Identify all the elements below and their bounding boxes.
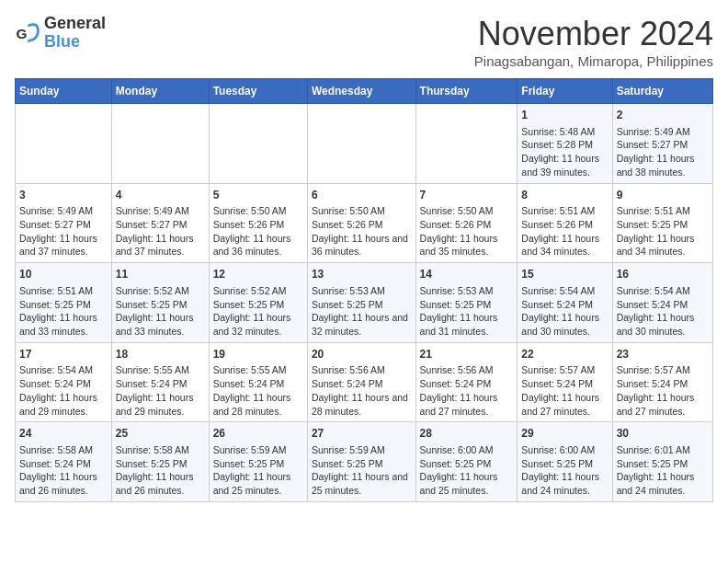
day-info: Sunset: 5:26 PM — [312, 218, 412, 232]
day-info: Sunset: 5:24 PM — [312, 377, 412, 391]
day-info: Sunrise: 5:49 AM — [19, 204, 108, 218]
calendar-cell: 15Sunrise: 5:54 AMSunset: 5:24 PMDayligh… — [518, 263, 612, 343]
day-info: Sunrise: 6:00 AM — [420, 443, 514, 457]
day-info: Daylight: 11 hours and 31 minutes. — [420, 311, 514, 338]
day-info: Sunset: 5:26 PM — [521, 218, 608, 232]
day-info: Daylight: 11 hours and 33 minutes. — [116, 311, 205, 338]
day-number: 16 — [617, 267, 709, 282]
day-info: Daylight: 11 hours and 29 minutes. — [19, 391, 108, 418]
calendar-cell: 1Sunrise: 5:48 AMSunset: 5:28 PMDaylight… — [518, 104, 612, 184]
day-info: Sunrise: 5:52 AM — [213, 284, 303, 298]
day-info: Daylight: 11 hours and 32 minutes. — [213, 311, 303, 338]
month-title: November 2024 — [474, 15, 713, 53]
weekday-header: Sunday — [16, 79, 112, 104]
day-number: 24 — [19, 426, 108, 442]
day-info: Daylight: 11 hours and 27 minutes. — [617, 391, 709, 418]
calendar-week-row: 3Sunrise: 5:49 AMSunset: 5:27 PMDaylight… — [16, 183, 713, 263]
day-number: 27 — [312, 426, 412, 442]
header: G General Blue November 2024 Pinagsabang… — [15, 15, 713, 69]
day-info: Sunrise: 5:53 AM — [312, 284, 412, 298]
day-info: Sunset: 5:24 PM — [420, 377, 514, 391]
day-info: Sunset: 5:25 PM — [116, 298, 205, 312]
day-info: Sunset: 5:27 PM — [617, 138, 709, 152]
day-info: Sunset: 5:25 PM — [617, 218, 709, 232]
day-info: Sunset: 5:24 PM — [617, 377, 709, 391]
day-info: Sunset: 5:25 PM — [617, 457, 709, 471]
day-info: Daylight: 11 hours and 24 minutes. — [617, 470, 709, 497]
calendar-cell: 22Sunrise: 5:57 AMSunset: 5:24 PMDayligh… — [518, 342, 612, 422]
day-number: 20 — [312, 347, 412, 362]
weekday-header: Wednesday — [307, 79, 415, 104]
calendar-cell: 16Sunrise: 5:54 AMSunset: 5:24 PMDayligh… — [612, 263, 712, 343]
day-info: Sunset: 5:24 PM — [19, 377, 108, 391]
calendar-cell — [209, 104, 307, 184]
day-info: Sunrise: 6:01 AM — [617, 443, 709, 457]
day-info: Daylight: 11 hours and 38 minutes. — [617, 152, 709, 178]
calendar-cell: 13Sunrise: 5:53 AMSunset: 5:25 PMDayligh… — [307, 263, 415, 343]
calendar-cell — [16, 104, 112, 184]
day-number: 7 — [420, 188, 514, 203]
day-info: Daylight: 11 hours and 39 minutes. — [521, 152, 608, 178]
calendar-cell: 12Sunrise: 5:52 AMSunset: 5:25 PMDayligh… — [209, 263, 307, 343]
weekday-header: Tuesday — [209, 79, 307, 104]
day-info: Sunrise: 5:57 AM — [521, 363, 608, 377]
calendar-cell: 30Sunrise: 6:01 AMSunset: 5:25 PMDayligh… — [612, 422, 712, 502]
day-info: Sunset: 5:24 PM — [521, 377, 608, 391]
calendar-cell: 2Sunrise: 5:49 AMSunset: 5:27 PMDaylight… — [612, 104, 712, 184]
day-info: Sunset: 5:24 PM — [213, 377, 303, 391]
day-info: Sunset: 5:27 PM — [116, 218, 205, 232]
calendar-cell: 29Sunrise: 6:00 AMSunset: 5:25 PMDayligh… — [518, 422, 612, 502]
weekday-header: Thursday — [415, 79, 518, 104]
day-info: Sunset: 5:25 PM — [420, 298, 514, 312]
title-area: November 2024 Pinagsabangan, Mimaropa, P… — [474, 15, 713, 69]
day-info: Sunset: 5:24 PM — [116, 377, 205, 391]
day-info: Daylight: 11 hours and 34 minutes. — [617, 232, 709, 259]
day-info: Sunrise: 5:54 AM — [617, 284, 709, 298]
day-info: Sunrise: 5:55 AM — [116, 363, 205, 377]
day-info: Sunrise: 5:48 AM — [521, 125, 608, 139]
day-number: 28 — [420, 426, 514, 442]
day-info: Daylight: 11 hours and 34 minutes. — [521, 232, 608, 259]
day-info: Daylight: 11 hours and 28 minutes. — [312, 391, 412, 418]
weekday-header: Saturday — [612, 79, 712, 104]
calendar-header: SundayMondayTuesdayWednesdayThursdayFrid… — [16, 79, 713, 104]
weekday-header: Monday — [111, 79, 209, 104]
calendar-cell: 20Sunrise: 5:56 AMSunset: 5:24 PMDayligh… — [307, 342, 415, 422]
day-number: 15 — [521, 267, 608, 282]
day-info: Daylight: 11 hours and 27 minutes. — [420, 391, 514, 418]
day-number: 25 — [116, 426, 205, 442]
day-number: 8 — [521, 188, 608, 203]
calendar-cell — [415, 104, 518, 184]
day-number: 13 — [312, 267, 412, 282]
svg-text:G: G — [16, 25, 27, 40]
day-info: Sunrise: 5:49 AM — [116, 204, 205, 218]
day-info: Sunrise: 5:49 AM — [617, 125, 709, 139]
calendar-cell: 27Sunrise: 5:59 AMSunset: 5:25 PMDayligh… — [307, 422, 415, 502]
calendar-cell: 19Sunrise: 5:55 AMSunset: 5:24 PMDayligh… — [209, 342, 307, 422]
day-info: Sunrise: 6:00 AM — [521, 443, 608, 457]
calendar-cell: 18Sunrise: 5:55 AMSunset: 5:24 PMDayligh… — [111, 342, 209, 422]
calendar-week-row: 24Sunrise: 5:58 AMSunset: 5:24 PMDayligh… — [16, 422, 713, 502]
day-number: 17 — [19, 347, 108, 362]
calendar-cell: 25Sunrise: 5:58 AMSunset: 5:25 PMDayligh… — [111, 422, 209, 502]
day-info: Daylight: 11 hours and 24 minutes. — [521, 470, 608, 497]
day-number: 30 — [617, 426, 709, 442]
day-number: 1 — [521, 108, 608, 123]
day-number: 21 — [420, 347, 514, 362]
day-info: Sunrise: 5:56 AM — [420, 363, 514, 377]
day-number: 22 — [521, 347, 608, 362]
day-info: Sunrise: 5:59 AM — [213, 443, 303, 457]
day-info: Sunrise: 5:52 AM — [116, 284, 205, 298]
day-number: 18 — [116, 347, 205, 362]
day-info: Sunset: 5:24 PM — [521, 298, 608, 312]
calendar-cell: 23Sunrise: 5:57 AMSunset: 5:24 PMDayligh… — [612, 342, 712, 422]
location-title: Pinagsabangan, Mimaropa, Philippines — [474, 53, 713, 69]
day-info: Sunrise: 5:56 AM — [312, 363, 412, 377]
day-number: 9 — [617, 188, 709, 203]
day-info: Sunset: 5:27 PM — [19, 218, 108, 232]
day-info: Daylight: 11 hours and 25 minutes. — [312, 470, 412, 497]
day-info: Daylight: 11 hours and 37 minutes. — [116, 232, 205, 259]
calendar-cell: 11Sunrise: 5:52 AMSunset: 5:25 PMDayligh… — [111, 263, 209, 343]
logo-icon: G — [15, 20, 40, 46]
day-info: Sunrise: 5:51 AM — [19, 284, 108, 298]
